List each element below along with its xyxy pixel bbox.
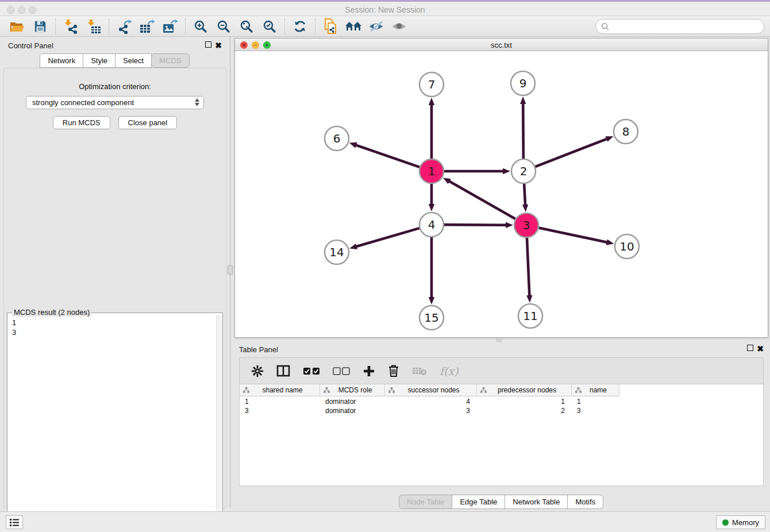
zoom-in-icon[interactable] bbox=[189, 18, 212, 35]
column-header-shared-name[interactable]: shared name bbox=[240, 384, 320, 396]
criterion-select[interactable]: strongly connected component bbox=[26, 96, 204, 109]
toolbar-separator bbox=[315, 18, 315, 34]
add-column-icon[interactable] bbox=[363, 365, 375, 377]
node-label-1: 1 bbox=[428, 164, 436, 178]
node-label-14: 14 bbox=[329, 245, 344, 259]
tab-style[interactable]: Style bbox=[83, 53, 116, 68]
table-panel: Table Panel ✖ f(x) shared nameMCDS roles… bbox=[234, 342, 768, 509]
import-network-icon[interactable] bbox=[59, 18, 82, 35]
function-builder-icon[interactable]: f(x) bbox=[440, 365, 459, 377]
network-graph[interactable]: 7968124314101511 bbox=[235, 51, 768, 337]
close-panel-button[interactable]: Close panel bbox=[118, 116, 178, 129]
table-close-icon[interactable]: ✖ bbox=[757, 344, 764, 353]
network-canvas[interactable]: 7968124314101511 bbox=[235, 51, 768, 337]
edge-arrow-icon bbox=[506, 222, 513, 228]
status-bar: Memory bbox=[0, 511, 770, 532]
refresh-view-icon[interactable] bbox=[288, 18, 311, 35]
search-icon bbox=[601, 22, 610, 31]
tab-edge-table[interactable]: Edge Table bbox=[452, 495, 505, 509]
panel-divider-handle[interactable] bbox=[228, 265, 233, 275]
tab-node-table[interactable]: Node Table bbox=[399, 495, 453, 509]
edge-4-14[interactable] bbox=[356, 228, 419, 246]
clone-network-icon[interactable] bbox=[319, 18, 342, 35]
zoom-selected-icon[interactable] bbox=[258, 18, 281, 35]
column-header-predecessor-nodes[interactable]: predecessor nodes bbox=[477, 384, 572, 396]
mcds-result-text[interactable]: 1 3 bbox=[7, 315, 215, 531]
save-session-icon[interactable] bbox=[29, 18, 52, 35]
edge-4-3[interactable] bbox=[444, 225, 507, 225]
table-row[interactable]: 3dominator323 bbox=[240, 406, 619, 415]
deselect-all-icon[interactable] bbox=[333, 367, 350, 375]
task-history-button[interactable] bbox=[6, 515, 23, 529]
delete-table-icon[interactable] bbox=[412, 366, 427, 376]
export-network-icon[interactable] bbox=[113, 18, 136, 35]
cell-name[interactable]: 3 bbox=[572, 406, 619, 415]
tab-select[interactable]: Select bbox=[115, 53, 152, 68]
tab-mcds[interactable]: MCDS bbox=[151, 53, 189, 68]
main-toolbar bbox=[0, 16, 770, 37]
table-float-icon[interactable] bbox=[747, 345, 753, 351]
edge-3-11[interactable] bbox=[527, 238, 530, 296]
cell-name[interactable]: 1 bbox=[572, 397, 619, 406]
edge-arrow-icon bbox=[606, 136, 614, 142]
network-window-titlebar[interactable]: ✕ − + scc.txt bbox=[235, 38, 768, 51]
select-all-icon[interactable] bbox=[303, 367, 320, 375]
cell-mcds-role[interactable]: dominator bbox=[320, 397, 385, 406]
mcds-result-group: MCDS result (2 nodes) 1 3 bbox=[7, 313, 223, 532]
hide-selected-icon[interactable] bbox=[365, 18, 388, 35]
delete-column-icon[interactable] bbox=[388, 364, 399, 377]
column-header-mcds-role[interactable]: MCDS role bbox=[320, 384, 385, 396]
open-session-icon[interactable] bbox=[6, 18, 29, 35]
first-neighbors-icon[interactable] bbox=[342, 18, 365, 35]
column-header-name[interactable]: name bbox=[572, 384, 619, 396]
memory-button[interactable]: Memory bbox=[716, 515, 765, 529]
table-settings-icon[interactable] bbox=[251, 365, 264, 377]
cell-successor-nodes[interactable]: 3 bbox=[385, 406, 477, 415]
toolbar-separator bbox=[284, 18, 285, 34]
run-mcds-button[interactable]: Run MCDS bbox=[53, 116, 110, 129]
show-all-icon[interactable] bbox=[388, 18, 411, 35]
cell-predecessor-nodes[interactable]: 1 bbox=[477, 397, 572, 406]
memory-status-icon bbox=[722, 519, 729, 526]
table-row[interactable]: 1dominator411 bbox=[240, 397, 619, 406]
mcds-result-scrollbar[interactable] bbox=[216, 315, 222, 531]
edge-2-3[interactable] bbox=[524, 184, 525, 206]
edge-3-10[interactable] bbox=[539, 228, 608, 242]
column-header-successor-nodes[interactable]: successor nodes bbox=[385, 384, 477, 396]
cell-shared-name[interactable]: 3 bbox=[240, 406, 320, 415]
cell-shared-name[interactable]: 1 bbox=[240, 397, 320, 406]
select-stepper-icon bbox=[195, 98, 199, 106]
network-window-title: scc.txt bbox=[235, 41, 768, 49]
cell-successor-nodes[interactable]: 4 bbox=[385, 397, 477, 406]
float-panel-icon[interactable] bbox=[205, 41, 211, 48]
search-input[interactable] bbox=[610, 22, 764, 31]
network-view-window: ✕ − + scc.txt 7968124314101511 bbox=[234, 38, 768, 338]
close-panel-icon[interactable]: ✖ bbox=[215, 41, 222, 50]
cell-predecessor-nodes[interactable]: 2 bbox=[477, 406, 572, 415]
tab-network-table[interactable]: Network Table bbox=[505, 495, 568, 509]
edge-1-6[interactable] bbox=[355, 145, 419, 167]
tab-network[interactable]: Network bbox=[40, 53, 83, 68]
node-table[interactable]: shared nameMCDS rolesuccessor nodesprede… bbox=[239, 384, 764, 486]
node-label-10: 10 bbox=[619, 240, 634, 253]
zoom-out-icon[interactable] bbox=[212, 18, 235, 35]
table-toolbar: f(x) bbox=[239, 357, 764, 384]
split-panel-icon[interactable] bbox=[276, 365, 290, 377]
edge-arrow-icon bbox=[429, 297, 434, 304]
edge-arrow-icon bbox=[520, 97, 526, 104]
tab-motifs[interactable]: Motifs bbox=[567, 495, 603, 509]
node-label-9: 9 bbox=[519, 76, 527, 90]
edge-2-9[interactable] bbox=[523, 103, 523, 159]
mcds-panel-body: Optimization criterion: strongly connect… bbox=[3, 68, 226, 508]
search-box[interactable] bbox=[595, 19, 764, 34]
edge-3-1[interactable] bbox=[449, 181, 515, 219]
node-label-11: 11 bbox=[523, 309, 537, 323]
cell-mcds-role[interactable]: dominator bbox=[320, 406, 385, 415]
edge-2-8[interactable] bbox=[536, 138, 608, 167]
export-image-icon[interactable] bbox=[159, 18, 182, 35]
zoom-fit-icon[interactable] bbox=[235, 18, 258, 35]
horizontal-divider-handle[interactable] bbox=[496, 338, 502, 342]
import-table-icon[interactable] bbox=[82, 18, 105, 35]
optimization-criterion-label: Optimization criterion: bbox=[4, 82, 226, 91]
export-table-icon[interactable] bbox=[136, 18, 159, 35]
